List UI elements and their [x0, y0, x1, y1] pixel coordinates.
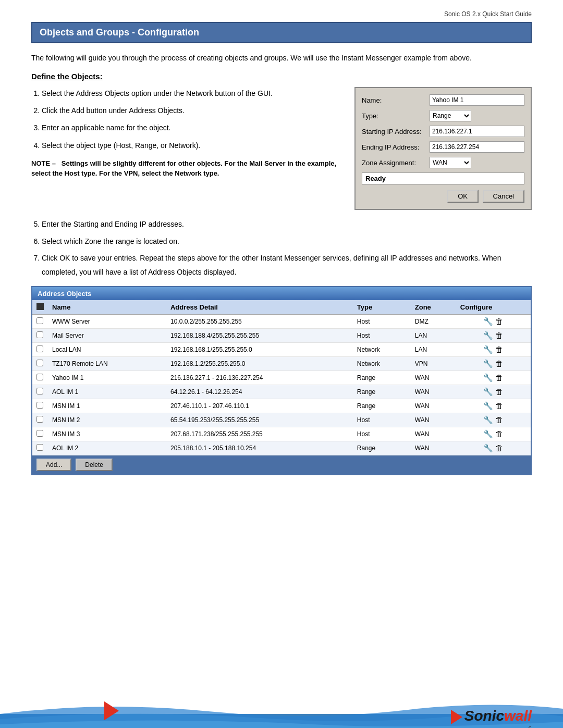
- delete-row-icon[interactable]: 🗑: [495, 429, 503, 438]
- row-name: Yahoo IM 1: [48, 371, 166, 385]
- row-type: Range: [353, 371, 411, 385]
- note-box: NOTE – Settings will be slightly differe…: [31, 158, 344, 179]
- delete-row-icon[interactable]: 🗑: [495, 387, 503, 396]
- row-configure: 🔧🗑: [456, 343, 531, 357]
- edit-icon[interactable]: 🔧: [483, 401, 493, 410]
- delete-row-icon[interactable]: 🗑: [495, 345, 503, 354]
- delete-row-icon[interactable]: 🗑: [495, 373, 503, 382]
- step-1: Select the Address Objects option under …: [42, 87, 344, 100]
- row-detail: 207.46.110.1 - 207.46.110.1: [166, 399, 353, 413]
- row-configure: 🔧🗑: [456, 399, 531, 413]
- top-right-label: Sonic OS 2.x Quick Start Guide: [31, 10, 532, 18]
- row-type: Host: [353, 413, 411, 427]
- dialog-label-name: Name:: [362, 96, 430, 104]
- edit-icon[interactable]: 🔧: [483, 429, 493, 438]
- delete-row-icon[interactable]: 🗑: [495, 331, 503, 340]
- steps-list: Select the Address Objects option under …: [31, 87, 344, 210]
- dialog-select-zone[interactable]: WAN LAN DMZ VPN: [430, 157, 471, 168]
- dialog-input-ending-ip[interactable]: [430, 141, 524, 153]
- edit-icon[interactable]: 🔧: [483, 387, 493, 396]
- edit-icon[interactable]: 🔧: [483, 317, 493, 326]
- dialog-box: Name: Type: Range Host Network Starting …: [354, 87, 532, 210]
- row-checkbox-cell: [32, 315, 48, 329]
- row-zone: LAN: [411, 343, 456, 357]
- add-button[interactable]: Add...: [36, 459, 71, 471]
- row-checkbox[interactable]: [36, 444, 43, 451]
- row-checkbox[interactable]: [36, 416, 43, 423]
- row-name: TZ170 Remote LAN: [48, 357, 166, 371]
- table-header-row: Name Address Detail Type Zone Configure: [32, 300, 531, 315]
- row-checkbox[interactable]: [36, 430, 43, 437]
- dialog-label-starting-ip: Starting IP Address:: [362, 128, 430, 135]
- edit-icon[interactable]: 🔧: [483, 373, 493, 382]
- sonicwall-logo: Sonicwall: [451, 708, 532, 724]
- row-type: Range: [353, 385, 411, 399]
- page-wrapper: Sonic OS 2.x Quick Start Guide Objects a…: [0, 0, 563, 677]
- row-name: AOL IM 1: [48, 385, 166, 399]
- dialog-select-type[interactable]: Range Host Network: [430, 110, 471, 121]
- table-row: Local LAN192.168.168.1/255.255.255.0Netw…: [32, 343, 531, 357]
- row-type: Network: [353, 343, 411, 357]
- row-checkbox[interactable]: [36, 360, 43, 366]
- table-row: Mail Server192.168.188.4/255.255.255.255…: [32, 329, 531, 343]
- row-checkbox[interactable]: [36, 388, 43, 394]
- row-configure: 🔧🗑: [456, 371, 531, 385]
- row-zone: VPN: [411, 357, 456, 371]
- row-configure: 🔧🗑: [456, 357, 531, 371]
- address-objects-container: Address Objects Name Address Detail Type…: [31, 286, 532, 475]
- row-type: Host: [353, 427, 411, 441]
- dialog-input-name[interactable]: [430, 94, 524, 106]
- row-checkbox[interactable]: [36, 346, 43, 352]
- note-text: Settings will be slightly different for …: [31, 159, 336, 178]
- row-checkbox[interactable]: [36, 317, 43, 324]
- edit-icon[interactable]: 🔧: [483, 345, 493, 354]
- ao-header: Address Objects: [32, 287, 531, 300]
- col-type: Type: [353, 300, 411, 315]
- page-number: 6: [528, 725, 532, 728]
- dialog-ok-button[interactable]: OK: [447, 190, 479, 203]
- play-arrow-icon: [104, 701, 119, 720]
- row-checkbox[interactable]: [36, 402, 43, 409]
- row-type: Network: [353, 357, 411, 371]
- step-2: Click the Add button under Address Objec…: [42, 104, 344, 117]
- row-zone: WAN: [411, 371, 456, 385]
- edit-icon[interactable]: 🔧: [483, 359, 493, 368]
- delete-row-icon[interactable]: 🗑: [495, 359, 503, 368]
- row-detail: 192.168.188.4/255.255.255.255: [166, 329, 353, 343]
- table-row: TZ170 Remote LAN192.168.1.2/255.255.255.…: [32, 357, 531, 371]
- delete-row-icon[interactable]: 🗑: [495, 415, 503, 424]
- row-zone: WAN: [411, 427, 456, 441]
- row-checkbox-cell: [32, 427, 48, 441]
- delete-row-icon[interactable]: 🗑: [495, 443, 503, 452]
- row-checkbox-cell: [32, 399, 48, 413]
- page-footer: Sonicwall 6: [0, 683, 563, 728]
- row-checkbox-cell: [32, 385, 48, 399]
- row-detail: 10.0.0.2/255.255.255.255: [166, 315, 353, 329]
- dialog-input-starting-ip[interactable]: [430, 126, 524, 137]
- row-checkbox-cell: [32, 441, 48, 455]
- row-checkbox[interactable]: [36, 331, 43, 338]
- col-configure: Configure: [456, 300, 531, 315]
- row-checkbox-cell: [32, 329, 48, 343]
- edit-icon[interactable]: 🔧: [483, 443, 493, 452]
- ao-footer: Add... Delete: [32, 455, 531, 474]
- row-checkbox-cell: [32, 357, 48, 371]
- row-zone: LAN: [411, 329, 456, 343]
- delete-button[interactable]: Delete: [76, 459, 113, 471]
- delete-row-icon[interactable]: 🗑: [495, 317, 503, 326]
- edit-icon[interactable]: 🔧: [483, 331, 493, 340]
- col-address-detail: Address Detail: [166, 300, 353, 315]
- dialog-cancel-button[interactable]: Cancel: [483, 190, 524, 203]
- note-label: NOTE –: [31, 159, 56, 167]
- row-name: MSN IM 2: [48, 413, 166, 427]
- col-zone: Zone: [411, 300, 456, 315]
- col-checkbox: [32, 300, 48, 315]
- row-configure: 🔧🗑: [456, 427, 531, 441]
- row-checkbox[interactable]: [36, 374, 43, 380]
- row-detail: 192.168.168.1/255.255.255.0: [166, 343, 353, 357]
- delete-row-icon[interactable]: 🗑: [495, 401, 503, 410]
- row-zone: DMZ: [411, 315, 456, 329]
- row-configure: 🔧🗑: [456, 315, 531, 329]
- dialog-row-zone: Zone Assignment: WAN LAN DMZ VPN: [362, 157, 524, 168]
- edit-icon[interactable]: 🔧: [483, 415, 493, 424]
